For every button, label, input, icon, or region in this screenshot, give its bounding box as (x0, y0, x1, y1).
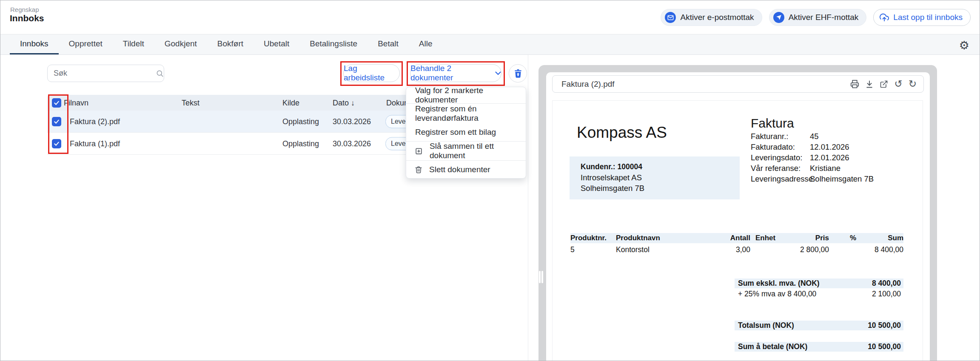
invoice-title: Faktura (751, 117, 794, 130)
column-header-filename[interactable]: Filnavn (64, 98, 88, 107)
tab-betalingsliste[interactable]: Betalingsliste (299, 34, 368, 54)
total-row-subtotal: Sum ekskl. mva. (NOK) 8 400,00 (735, 279, 903, 288)
invoice-document: Kompass AS Faktura Fakturanr.:45 Faktura… (552, 100, 923, 361)
app-window: Regnskap Innboks Aktiver e-postmottak Ak… (0, 0, 980, 361)
activate-email-label: Aktiver e-postmottak (680, 13, 754, 22)
activate-ehf-label: Aktiver EHF-mottak (789, 13, 859, 22)
invoice-lines-header: Produktnr. Produktnavn Antall Enhet Pris… (570, 233, 903, 243)
total-label: Sum ekskl. mva. (NOK) (738, 279, 820, 288)
meta-label: Leveringsadresse: (751, 174, 810, 184)
tab-betalt[interactable]: Betalt (368, 34, 409, 54)
cell-filename: Faktura (2).pdf (70, 117, 120, 126)
column-header-date[interactable]: Dato ↓ (333, 98, 355, 107)
total-value: 2 100,00 (872, 290, 901, 298)
preview-filename: Faktura (2).pdf (553, 80, 850, 89)
print-icon[interactable] (850, 80, 859, 88)
row-checkbox[interactable] (52, 139, 61, 148)
open-external-icon[interactable] (880, 80, 888, 88)
invoice-customer-box: Kundenr.: 100004 Introselskapet AS Solhe… (570, 156, 740, 199)
cell-date: 30.03.2026 (333, 117, 371, 126)
col-productname: Produktnavn (616, 233, 705, 243)
customer-name: Introselskapet AS (581, 172, 740, 183)
cell-source: Opplasting (282, 117, 319, 126)
col-sum: Sum (856, 233, 903, 243)
menu-item-merge-label: Slå sammen til ett dokument (430, 142, 526, 160)
tab-tildelt[interactable]: Tildelt (113, 34, 154, 54)
trash-icon (415, 166, 422, 173)
download-icon[interactable] (865, 80, 874, 88)
menu-item-register-invoice[interactable]: Registrer som én leverandørfaktura (406, 104, 526, 123)
process-documents-button[interactable]: Behandle 2 dokumenter (410, 64, 501, 82)
column-header-text[interactable]: Tekst (182, 98, 199, 107)
line-productname: Kontorstol (616, 243, 705, 256)
line-quantity: 3,00 (705, 243, 750, 256)
meta-value: 12.01.2026 (810, 153, 849, 162)
line-unit (750, 243, 789, 256)
total-value: 10 500,00 (868, 342, 901, 351)
cloud-upload-icon (880, 13, 889, 22)
process-documents-label: Behandle 2 dokumenter (410, 64, 491, 82)
resize-handle[interactable] (539, 271, 541, 283)
invoice-line-row: 5 Kontorstol 3,00 2 800,00 8 400,00 (570, 243, 903, 256)
tab-godkjent[interactable]: Godkjent (154, 34, 207, 54)
tab-bar: Innboks Opprettet Tildelt Godkjent Bokfø… (0, 34, 980, 55)
tab-ubetalt[interactable]: Ubetalt (254, 34, 299, 54)
page-title: Innboks (10, 13, 44, 23)
tab-opprettet[interactable]: Opprettet (59, 34, 113, 54)
upload-to-inbox-button[interactable]: Last opp til innboks (873, 9, 971, 26)
create-worklist-button[interactable]: Lag arbeidsliste (343, 64, 400, 82)
line-productnr: 5 (570, 243, 616, 256)
search-icon (156, 69, 164, 78)
meta-value: Kristiane (810, 164, 840, 173)
activate-ehf-button[interactable]: Aktiver EHF-mottak (769, 9, 867, 26)
meta-label: Fakturanr.: (751, 132, 810, 141)
meta-label: Leveringsdato: (751, 153, 810, 162)
activate-email-button[interactable]: Aktiver e-postmottak (661, 9, 762, 26)
send-icon (773, 12, 784, 23)
invoice-lines-table: Produktnr. Produktnavn Antall Enhet Pris… (570, 233, 903, 256)
menu-item-merge-documents[interactable]: Slå sammen til ett dokument (406, 142, 526, 160)
select-all-checkbox[interactable] (52, 98, 61, 108)
resize-handle[interactable] (541, 271, 543, 283)
invoice-meta: Fakturanr.:45 Fakturadato:12.01.2026 Lev… (751, 131, 874, 184)
cell-source: Opplasting (282, 139, 319, 148)
meta-value: Solheimsgaten 7B (810, 174, 874, 184)
line-price: 2 800,00 (789, 243, 829, 256)
app-section-label: Regnskap (10, 6, 39, 13)
cell-date: 30.03.2026 (333, 139, 371, 148)
email-icon (665, 12, 676, 23)
meta-value: 12.01.2026 (810, 142, 849, 152)
preview-file-bar: Faktura (2).pdf ↺ ↻ (552, 75, 924, 93)
col-quantity: Antall (705, 233, 750, 243)
trash-upload-icon (513, 68, 523, 79)
pane-divider (528, 55, 528, 361)
menu-item-delete-documents[interactable]: Slett dokumenter (406, 161, 526, 178)
meta-label: Vår referanse: (751, 164, 810, 173)
upload-to-inbox-label: Last opp til innboks (893, 13, 963, 22)
search-input[interactable] (48, 69, 156, 78)
header-actions: Aktiver e-postmottak Aktiver EHF-mottak … (661, 9, 971, 26)
menu-item-delete-label: Slett dokumenter (429, 165, 490, 174)
meta-value: 45 (810, 132, 819, 141)
col-unit: Enhet (750, 233, 789, 243)
chevron-down-icon (495, 71, 501, 75)
settings-gear-icon[interactable]: ⚙ (959, 39, 969, 52)
column-header-source[interactable]: Kilde (282, 98, 299, 107)
delete-selected-button[interactable] (509, 64, 527, 82)
sort-descending-icon: ↓ (351, 98, 355, 107)
rotate-right-icon[interactable]: ↻ (909, 79, 917, 89)
line-percent (829, 243, 856, 256)
invoice-supplier-name: Kompass AS (577, 125, 667, 140)
total-value: 8 400,00 (872, 279, 901, 288)
tab-bokfort[interactable]: Bokført (207, 34, 254, 54)
rotate-left-icon[interactable]: ↺ (894, 79, 902, 89)
row-checkbox[interactable] (52, 117, 61, 126)
tab-innboks[interactable]: Innboks (10, 34, 59, 54)
tab-alle[interactable]: Alle (409, 34, 443, 54)
total-label: + 25% mva av 8 400,00 (738, 290, 816, 298)
menu-item-register-voucher[interactable]: Registrer som ett bilag (406, 123, 526, 141)
customer-number: Kundenr.: 100004 (581, 162, 740, 172)
col-percent: % (829, 233, 856, 243)
total-value: 10 500,00 (868, 321, 901, 330)
cell-filename: Faktura (1).pdf (70, 139, 120, 148)
